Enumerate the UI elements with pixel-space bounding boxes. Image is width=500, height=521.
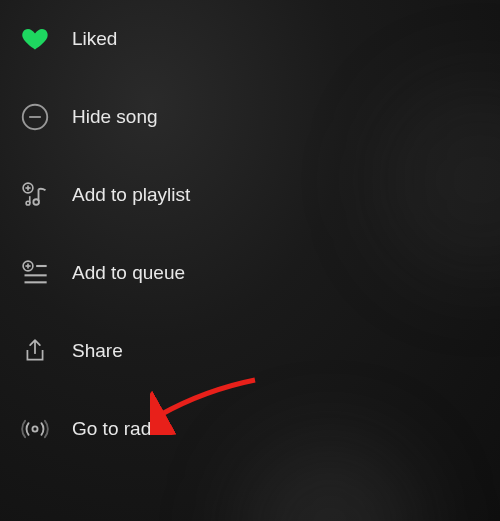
menu-item-go-to-radio[interactable]: Go to radio xyxy=(20,414,480,444)
menu-item-liked[interactable]: Liked xyxy=(20,24,480,54)
add-playlist-icon xyxy=(20,180,50,210)
menu-item-label: Go to radio xyxy=(72,418,166,440)
share-icon xyxy=(20,336,50,366)
menu-item-label: Liked xyxy=(72,28,117,50)
radio-icon xyxy=(20,414,50,444)
menu-item-label: Add to queue xyxy=(72,262,185,284)
context-menu: Liked Hide song Add to playlist xyxy=(0,0,500,468)
menu-item-add-to-queue[interactable]: Add to queue xyxy=(20,258,480,288)
menu-item-label: Hide song xyxy=(72,106,158,128)
menu-item-share[interactable]: Share xyxy=(20,336,480,366)
svg-point-14 xyxy=(32,426,37,431)
heart-icon xyxy=(20,24,50,54)
minus-circle-icon xyxy=(20,102,50,132)
svg-point-5 xyxy=(33,199,39,205)
menu-item-add-to-playlist[interactable]: Add to playlist xyxy=(20,180,480,210)
menu-item-label: Share xyxy=(72,340,123,362)
menu-item-hide-song[interactable]: Hide song xyxy=(20,102,480,132)
menu-item-label: Add to playlist xyxy=(72,184,190,206)
add-queue-icon xyxy=(20,258,50,288)
